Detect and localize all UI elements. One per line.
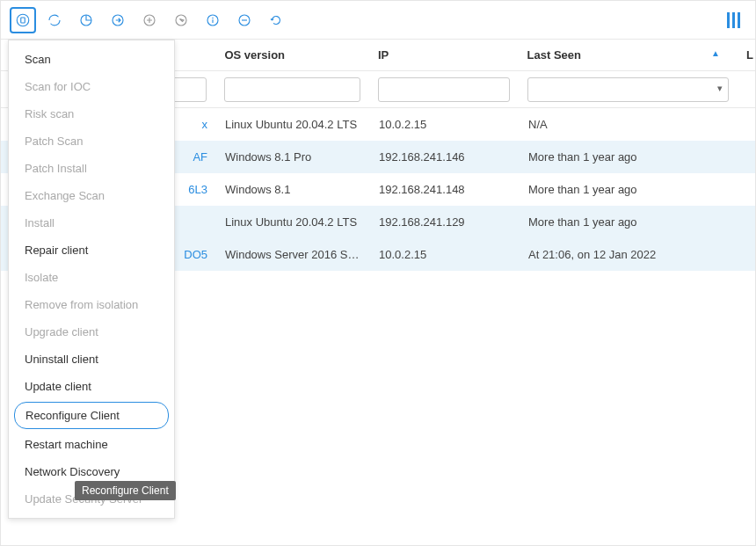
column-header-ip[interactable]: IP: [369, 48, 519, 62]
menu-item-restart-machine[interactable]: Restart machine: [9, 431, 174, 458]
add-disabled-button: [136, 7, 163, 33]
tasks-icon: [15, 12, 31, 28]
tooltip: Reconfigure Client: [75, 481, 176, 500]
refresh-icon: [47, 12, 62, 28]
endpoint-name-link[interactable]: AF: [193, 150, 207, 164]
column-header-extra[interactable]: L: [738, 48, 755, 62]
menu-item-scan-for-ioc: Scan for IOC: [9, 73, 174, 100]
cell-os: Windows 8.1: [216, 183, 370, 196]
cell-ip: 10.0.2.15: [370, 248, 520, 261]
menu-item-reconfigure-client[interactable]: Reconfigure Client: [14, 402, 169, 429]
menu-item-upgrade-client: Upgrade client: [9, 318, 174, 346]
assign-button[interactable]: [105, 7, 131, 33]
column-header-lastseen[interactable]: Last Seen ▲: [519, 48, 738, 62]
cursor-circle-button: [168, 7, 194, 33]
cell-os: Linux Ubuntu 20.04.2 LTS: [216, 118, 370, 131]
cell-lastseen: N/A: [520, 118, 739, 131]
svg-point-0: [17, 14, 29, 26]
pie-icon: [78, 12, 94, 28]
cell-ip: 192.168.241.148: [370, 183, 520, 196]
columns-icon: [727, 12, 740, 28]
cell-ip: 192.168.241.146: [370, 150, 520, 164]
minus-circle-button[interactable]: [231, 7, 258, 33]
menu-item-risk-scan: Risk scan: [9, 100, 174, 127]
cell-lastseen: More than 1 year ago: [520, 150, 739, 164]
minus-circle-icon: [236, 12, 252, 28]
menu-item-uninstall-client[interactable]: Uninstall client: [9, 346, 174, 373]
tasks-dropdown-menu: ScanScan for IOCRisk scanPatch ScanPatch…: [8, 40, 175, 519]
filter-os-input[interactable]: [224, 77, 360, 102]
svg-rect-1: [21, 18, 25, 23]
filter-ip-input[interactable]: [378, 77, 510, 102]
menu-item-scan[interactable]: Scan: [9, 46, 174, 73]
cell-lastseen: More than 1 year ago: [520, 183, 739, 196]
cursor-circle-icon: [173, 12, 189, 28]
endpoint-name-link[interactable]: 6L3: [188, 183, 207, 196]
menu-item-patch-scan: Patch Scan: [9, 127, 174, 155]
column-menu-button[interactable]: [720, 7, 746, 33]
cell-os: Windows 8.1 Pro: [216, 150, 370, 164]
reload-icon: [268, 12, 284, 28]
cell-ip: 192.168.241.129: [370, 215, 520, 229]
filter-lastseen-select[interactable]: [527, 77, 729, 102]
endpoint-name-link[interactable]: DO5: [184, 248, 207, 261]
cell-os: Linux Ubuntu 20.04.2 LTS: [216, 215, 370, 229]
reports-button[interactable]: [73, 7, 99, 33]
reload-button[interactable]: [263, 7, 289, 33]
add-disabled-icon: [142, 12, 157, 28]
arrow-circle-icon: [110, 12, 126, 28]
menu-item-remove-from-isolation: Remove from isolation: [9, 291, 174, 318]
menu-item-patch-install: Patch Install: [9, 155, 174, 182]
cell-lastseen: More than 1 year ago: [520, 215, 739, 229]
cell-ip: 10.0.2.15: [370, 118, 520, 131]
column-header-lastseen-label: Last Seen: [527, 48, 581, 62]
info-circle-button[interactable]: [200, 7, 226, 33]
menu-item-isolate: Isolate: [9, 264, 174, 291]
menu-item-install: Install: [9, 209, 174, 237]
endpoint-name-link[interactable]: x: [202, 118, 208, 131]
svg-point-7: [212, 17, 214, 18]
menu-item-update-client[interactable]: Update client: [9, 373, 174, 400]
toolbar: [1, 1, 755, 40]
tasks-menu-button[interactable]: [10, 7, 36, 33]
column-header-os[interactable]: OS version: [215, 48, 369, 62]
menu-item-repair-client[interactable]: Repair client: [9, 237, 174, 264]
menu-item-exchange-scan: Exchange Scan: [9, 182, 174, 209]
sort-ascending-icon: ▲: [711, 48, 720, 58]
cell-os: Windows Server 2016 Sta...: [216, 248, 370, 261]
info-circle-icon: [205, 12, 221, 28]
refresh-button[interactable]: [41, 7, 68, 33]
content-area: OS version IP Last Seen ▲ L xLinux Ubunt…: [1, 40, 755, 545]
cell-lastseen: At 21:06, on 12 Jan 2022: [520, 248, 739, 261]
